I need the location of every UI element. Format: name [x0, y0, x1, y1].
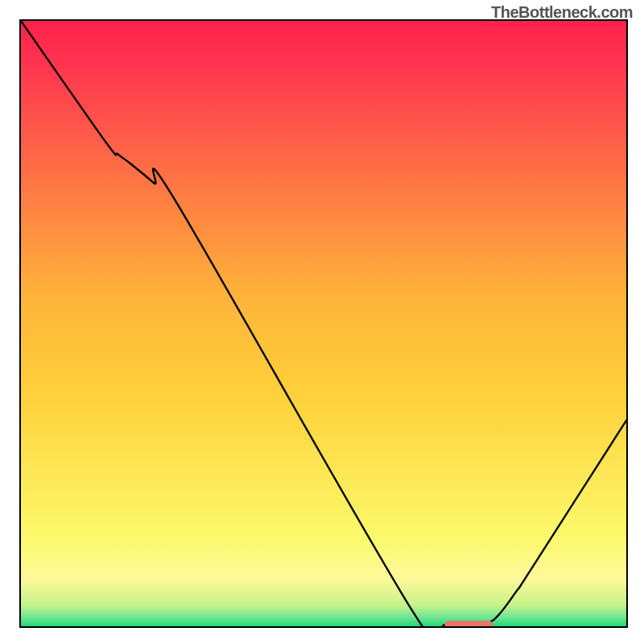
chart-background-gradient [21, 21, 626, 626]
minimum-marker [444, 621, 493, 626]
chart-svg [21, 21, 626, 626]
chart-plot-area [19, 19, 628, 628]
